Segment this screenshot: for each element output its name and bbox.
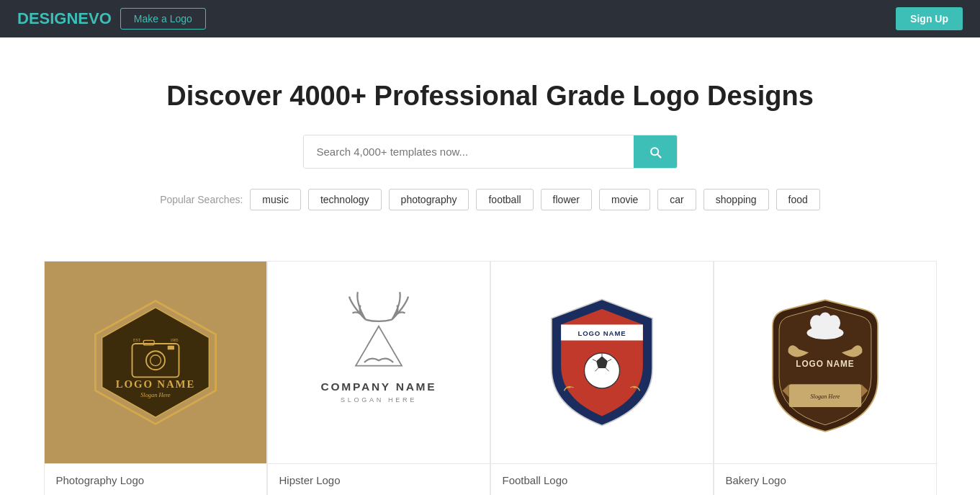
make-logo-button[interactable]: Make a Logo	[120, 8, 206, 30]
logo-card-bakery[interactable]: LOGO NAME Slogan Here Bakery Logo	[714, 261, 937, 495]
navbar: DESIGNEVO Make a Logo Sign Up	[0, 0, 980, 37]
tag-food[interactable]: food	[776, 189, 820, 210]
hipster-logo-svg: COMPANY NAME SLOGAN HERE	[285, 287, 472, 438]
search-button[interactable]	[634, 135, 677, 168]
tag-music[interactable]: music	[250, 189, 301, 210]
logo-card-image-photography: EST 1985 LOGO NAME Slogan Here	[45, 262, 266, 463]
logo-card-football[interactable]: LOGO NAME Football Logo	[490, 261, 714, 495]
hero-headline: Discover 4000+ Professional Grade Logo D…	[14, 81, 966, 112]
brand-logo: DESIGNEVO	[17, 9, 112, 28]
svg-text:LOGO NAME: LOGO NAME	[577, 329, 626, 337]
svg-text:EST: EST	[133, 338, 140, 342]
logo-card-image-bakery: LOGO NAME Slogan Here	[714, 262, 936, 463]
search-icon	[648, 145, 662, 159]
tag-movie[interactable]: movie	[599, 189, 650, 210]
logo-card-image-hipster: COMPANY NAME SLOGAN HERE	[268, 262, 490, 463]
tag-shopping[interactable]: shopping	[703, 189, 769, 210]
svg-text:Slogan Here: Slogan Here	[810, 393, 840, 400]
logo-grid: EST 1985 LOGO NAME Slogan Here Photograp…	[30, 261, 951, 495]
logo-card-label-bakery: Bakery Logo	[714, 463, 936, 495]
svg-marker-1	[102, 308, 209, 417]
logo-card-photography[interactable]: EST 1985 LOGO NAME Slogan Here Photograp…	[44, 261, 267, 495]
navbar-brand-group: DESIGNEVO Make a Logo	[17, 8, 206, 30]
hero-section: Discover 4000+ Professional Grade Logo D…	[0, 37, 980, 261]
tag-flower[interactable]: flower	[541, 189, 592, 210]
svg-text:1985: 1985	[170, 338, 178, 342]
svg-text:LOGO NAME: LOGO NAME	[796, 359, 854, 369]
logo-card-label-hipster: Hipster Logo	[268, 463, 490, 495]
signup-button[interactable]: Sign Up	[896, 7, 963, 30]
svg-rect-6	[167, 346, 174, 350]
search-bar	[303, 135, 678, 169]
svg-text:Slogan Here: Slogan Here	[140, 392, 171, 398]
photography-logo-svg: EST 1985 LOGO NAME Slogan Here	[62, 287, 249, 438]
svg-text:COMPANY NAME: COMPANY NAME	[320, 380, 436, 393]
tag-football[interactable]: football	[476, 189, 533, 210]
svg-point-26	[827, 315, 840, 331]
svg-text:SLOGAN HERE: SLOGAN HERE	[340, 396, 416, 403]
logo-card-label-photography: Photography Logo	[45, 463, 266, 495]
brand-evo: EVO	[78, 9, 111, 27]
popular-label: Popular Searches:	[160, 194, 243, 205]
logo-card-image-football: LOGO NAME	[491, 262, 713, 463]
tag-technology[interactable]: technology	[308, 189, 382, 210]
tag-photography[interactable]: photography	[389, 189, 469, 210]
logo-card-label-football: Football Logo	[491, 463, 713, 495]
tag-car[interactable]: car	[657, 189, 696, 210]
popular-searches: Popular Searches: music technology photo…	[14, 189, 966, 210]
brand-design: DESIGN	[17, 9, 78, 27]
football-logo-svg: LOGO NAME	[508, 287, 696, 438]
bakery-logo-svg: LOGO NAME Slogan Here	[732, 287, 919, 438]
logo-card-hipster[interactable]: COMPANY NAME SLOGAN HERE Hipster Logo	[267, 261, 490, 495]
svg-text:LOGO NAME: LOGO NAME	[115, 378, 194, 390]
search-input[interactable]	[304, 135, 634, 168]
